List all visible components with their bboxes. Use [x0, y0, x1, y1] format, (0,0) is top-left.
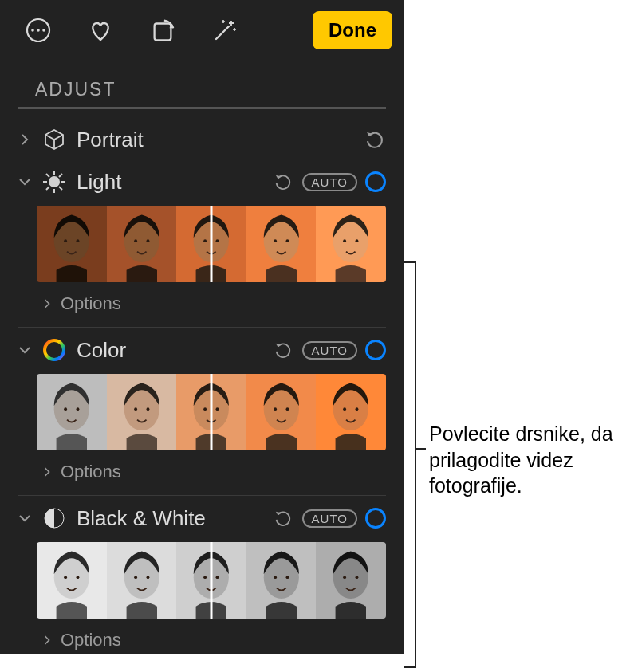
adjust-heading: ADJUST: [0, 61, 404, 107]
options-label: Options: [61, 293, 121, 314]
done-button[interactable]: Done: [313, 11, 392, 49]
svg-point-39: [146, 407, 149, 411]
svg-point-69: [285, 576, 289, 579]
svg-point-61: [146, 576, 149, 579]
bw-icon: [40, 504, 69, 532]
portrait-icon: [40, 125, 69, 154]
section-light: Light AUTO: [0, 159, 404, 328]
svg-point-13: [64, 239, 67, 242]
light-options[interactable]: Options: [18, 287, 386, 322]
svg-point-47: [285, 407, 289, 411]
editor-toolbar: Done: [0, 0, 404, 61]
slider-cursor[interactable]: [211, 206, 213, 282]
divider: [18, 107, 386, 109]
svg-point-68: [274, 576, 277, 579]
light-slider[interactable]: [37, 206, 386, 282]
enhance-icon[interactable]: [209, 14, 241, 46]
slider-thumbnail: [107, 374, 177, 450]
undo-icon[interactable]: [272, 171, 294, 193]
svg-point-29: [344, 239, 347, 242]
slider-thumbnail: [316, 206, 386, 282]
svg-point-42: [203, 407, 207, 411]
svg-point-64: [203, 576, 207, 579]
favorite-icon[interactable]: [85, 14, 116, 46]
svg-point-56: [64, 576, 67, 579]
status-indicator[interactable]: [365, 340, 386, 360]
color-title: Color: [77, 338, 126, 363]
chevron-down-icon[interactable]: [18, 345, 32, 355]
svg-point-34: [64, 407, 67, 411]
options-label: Options: [61, 462, 121, 482]
svg-point-51: [356, 407, 359, 411]
svg-point-30: [356, 239, 359, 242]
auto-button[interactable]: AUTO: [302, 173, 357, 191]
options-label: Options: [61, 630, 121, 650]
section-portrait: Portrait: [0, 117, 404, 159]
svg-point-46: [274, 407, 277, 411]
slider-thumbnail: [246, 374, 317, 450]
slider-cursor[interactable]: [211, 542, 213, 619]
svg-point-65: [216, 576, 219, 579]
section-bw: Black & White AUTO: [0, 496, 404, 654]
svg-point-18: [146, 239, 149, 242]
slider-thumbnail: [246, 206, 317, 282]
svg-point-14: [77, 239, 80, 242]
chevron-down-icon[interactable]: [18, 177, 32, 187]
svg-point-43: [216, 407, 219, 411]
adjust-panel: Done ADJUST Portrait: [0, 0, 404, 654]
svg-point-17: [134, 239, 137, 242]
svg-point-73: [356, 576, 359, 579]
svg-point-72: [344, 576, 347, 579]
chevron-right-icon: [40, 466, 54, 477]
svg-point-57: [77, 576, 80, 579]
color-options[interactable]: Options: [18, 455, 386, 490]
status-indicator[interactable]: [365, 508, 386, 529]
svg-point-31: [45, 340, 64, 360]
chevron-right-icon[interactable]: [18, 133, 32, 146]
svg-point-21: [203, 239, 207, 242]
slider-cursor[interactable]: [211, 374, 213, 450]
color-slider[interactable]: [37, 374, 386, 450]
svg-rect-9: [155, 24, 171, 41]
section-color: Color AUTO: [0, 328, 404, 496]
slider-thumbnail: [107, 206, 177, 282]
auto-button[interactable]: AUTO: [302, 341, 357, 360]
auto-button[interactable]: AUTO: [302, 509, 357, 528]
slider-thumbnail: [107, 542, 177, 619]
svg-point-38: [134, 407, 137, 411]
chevron-down-icon[interactable]: [18, 513, 32, 523]
status-indicator[interactable]: [365, 171, 386, 192]
svg-point-8: [42, 29, 45, 32]
undo-icon[interactable]: [272, 339, 294, 361]
more-icon[interactable]: [22, 14, 54, 46]
slider-thumbnail: [37, 542, 107, 619]
chevron-right-icon: [40, 635, 54, 646]
annotation-text: Povlecite drsnike, da prilagodite videz …: [429, 421, 622, 499]
bw-title: Black & White: [77, 506, 206, 531]
chevron-right-icon: [40, 298, 54, 309]
slider-thumbnail: [37, 374, 107, 450]
svg-point-6: [31, 29, 34, 32]
svg-point-10: [49, 177, 59, 187]
svg-point-22: [216, 239, 219, 242]
portrait-title: Portrait: [77, 128, 144, 152]
crop-icon[interactable]: [147, 14, 179, 46]
svg-point-35: [77, 407, 80, 411]
color-icon: [40, 336, 69, 364]
light-title: Light: [77, 170, 121, 195]
slider-thumbnail: [37, 206, 107, 282]
svg-point-26: [285, 239, 289, 242]
bw-slider[interactable]: [37, 542, 386, 619]
slider-thumbnail: [316, 374, 386, 450]
undo-icon[interactable]: [364, 128, 386, 151]
svg-point-25: [274, 239, 277, 242]
svg-point-60: [134, 576, 137, 579]
slider-thumbnail: [316, 542, 386, 619]
undo-icon[interactable]: [272, 507, 294, 529]
bw-options[interactable]: Options: [18, 623, 386, 654]
light-icon: [40, 167, 69, 196]
slider-thumbnail: [246, 542, 317, 619]
svg-point-7: [37, 29, 40, 32]
svg-point-50: [344, 407, 347, 411]
